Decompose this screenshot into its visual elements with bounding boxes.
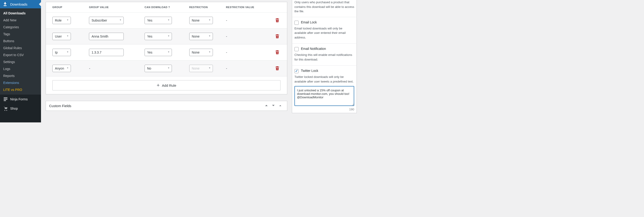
rule-select[interactable]: No (144, 65, 172, 72)
sidebar-item[interactable]: Buttons (0, 38, 41, 45)
sidebar-other-items: Ninja FormsShop (0, 95, 41, 113)
email-lock-label: Email Lock (301, 21, 317, 24)
tweet-text-input[interactable] (294, 86, 354, 106)
restriction-value: - (226, 34, 227, 38)
rules-table: GROUP GROUP VALUE CAN DOWNLOAD ? RESTRIC… (46, 2, 287, 94)
sidebar-item[interactable]: Tags (0, 31, 41, 38)
trash-icon (275, 36, 280, 39)
sidebar-item[interactable]: LITE vs PRO (0, 86, 41, 93)
move-down-button[interactable] (270, 103, 277, 108)
main-content: GROUP GROUP VALUE CAN DOWNLOAD ? RESTRIC… (41, 0, 292, 122)
add-rule-label: Add Rule (162, 83, 176, 87)
twitter-lock-option: Twitter Lock Twitter locked downloads wi… (292, 65, 357, 113)
sidebar-current-section[interactable]: Downloads (0, 0, 41, 8)
sidebar-item[interactable]: Ninja Forms (0, 95, 41, 104)
custom-fields-title: Custom Fields (49, 104, 71, 108)
right-sidebar: Only users who purchased a product that … (292, 0, 362, 122)
group-value-input[interactable] (89, 49, 124, 56)
trash-icon (275, 52, 280, 55)
twitter-lock-checkbox[interactable] (294, 69, 298, 73)
delete-rule-button[interactable] (274, 17, 280, 24)
add-rule-button[interactable]: + Add Rule (52, 80, 280, 90)
sidebar-item[interactable]: All Downloads (0, 10, 41, 17)
rule-select[interactable]: Yes (144, 17, 172, 24)
rule-select[interactable]: None (189, 33, 213, 40)
tweet-char-count: 190 (294, 108, 354, 111)
email-lock-option: Email Lock Email locked downloads will o… (292, 17, 357, 44)
rules-metabox: GROUP GROUP VALUE CAN DOWNLOAD ? RESTRIC… (46, 2, 287, 94)
col-group-value: GROUP VALUE (82, 2, 138, 13)
twitter-lock-desc: Twitter locked downloads will only be av… (294, 75, 354, 84)
sidebar-item-label: Shop (10, 107, 18, 110)
trash-icon (275, 68, 280, 71)
sidebar-item[interactable]: Categories (0, 24, 41, 31)
plus-icon: + (156, 83, 160, 88)
delete-rule-button[interactable] (274, 49, 280, 56)
col-group: GROUP (46, 2, 82, 13)
sidebar-pointer (39, 2, 41, 7)
rule-select[interactable]: Subscriber (89, 17, 124, 24)
group-value-input[interactable] (89, 33, 124, 40)
admin-sidebar: Downloads All DownloadsAdd NewCategories… (0, 0, 41, 122)
rule-select[interactable]: Ip (52, 49, 71, 56)
members-only-desc: Only users who purchased a product that … (292, 0, 357, 17)
table-row: UserYesNone- (46, 29, 287, 45)
download-icon (3, 2, 8, 7)
sidebar-item[interactable]: Settings (0, 58, 41, 65)
sidebar-item[interactable]: Reports (0, 72, 41, 79)
sidebar-item-label: Ninja Forms (10, 97, 28, 101)
rule-select[interactable]: None (189, 65, 213, 72)
sidebar-section-label: Downloads (10, 2, 27, 6)
sidebar-item[interactable]: Add New (0, 17, 41, 24)
restriction-value: - (226, 18, 227, 22)
col-can-download: CAN DOWNLOAD ? (138, 2, 183, 13)
email-notification-desc: Checking this will enable email notifica… (294, 53, 354, 62)
dash: - (89, 66, 90, 70)
col-restriction: RESTRICTION (183, 2, 220, 13)
rule-select[interactable]: None (189, 17, 213, 24)
table-row: IpYesNone- (46, 45, 287, 61)
rule-select[interactable]: Yes (144, 33, 172, 40)
toggle-panel-button[interactable] (277, 103, 284, 108)
rule-select[interactable]: User (52, 33, 71, 40)
delete-rule-button[interactable] (274, 65, 280, 72)
table-row: RoleSubscriberYesNone- (46, 13, 287, 29)
table-row: Anyone-NoNone- (46, 61, 287, 77)
sidebar-item[interactable]: Extensions (0, 79, 41, 86)
sidebar-submenu: All DownloadsAdd NewCategoriesTagsButton… (0, 8, 41, 95)
col-restriction-value: RESTRICTION VALUE (220, 2, 268, 13)
sidebar-item[interactable]: Export to CSV (0, 52, 41, 58)
sidebar-item[interactable]: Global Rules (0, 45, 41, 52)
cart-icon (3, 106, 8, 111)
sidebar-item[interactable]: Shop (0, 104, 41, 113)
sidebar-item[interactable]: Logs (0, 65, 41, 72)
delete-rule-button[interactable] (274, 33, 280, 40)
email-lock-desc: Email locked downloads will only be avai… (294, 26, 354, 40)
email-notification-option: Email Notification Checking this will en… (292, 43, 357, 65)
restriction-value: - (226, 66, 227, 70)
twitter-lock-label: Twitter Lock (301, 69, 318, 73)
rule-select[interactable]: Role (52, 17, 71, 24)
rule-select[interactable]: Yes (144, 49, 172, 56)
restriction-value: - (226, 50, 227, 54)
move-up-button[interactable] (263, 103, 270, 108)
trash-icon (275, 20, 280, 23)
custom-fields-metabox: Custom Fields (46, 101, 287, 111)
email-notification-label: Email Notification (301, 47, 326, 51)
rule-select[interactable]: Anyone (52, 65, 71, 72)
rule-select[interactable]: None (189, 49, 213, 56)
form-icon (3, 97, 8, 102)
email-notification-checkbox[interactable] (294, 47, 298, 51)
email-lock-checkbox[interactable] (294, 21, 298, 25)
